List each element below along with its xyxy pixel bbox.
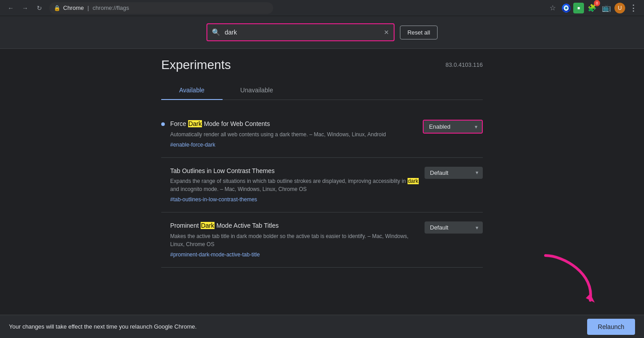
menu-button[interactable]: ⋮ [627,2,640,14]
flag-content-tab-outlines: Tab Outlines in Low Contrast Themes Expa… [170,167,419,204]
user-avatar[interactable]: U [614,3,625,13]
flag-item-force-dark: Force Dark Mode for Web Contents Automat… [161,111,483,158]
flag-link-prominent-dark[interactable]: #prominent-dark-mode-active-tab-title [170,251,260,258]
flag-select-prominent-dark[interactable]: Default Enabled Disabled [425,221,483,234]
flag-title-after-3: Mode Active Tab Titles [215,222,279,229]
flag-select-wrapper-prominent-dark: Default Enabled Disabled [425,221,483,234]
address-separator: | [87,4,89,11]
tabs-bar: Available Unavailable [161,81,483,100]
star-button[interactable]: ☆ [546,2,559,14]
flag-title-tab-outlines: Tab Outlines in Low Contrast Themes [170,167,419,176]
extension-1[interactable]: 🧿 [561,3,571,13]
reset-all-button[interactable]: Reset all [400,26,438,39]
flag-desc-force-dark: Automatically render all web contents us… [170,130,417,139]
toolbar-right: ☆ 🧿 ■ 🧩 0 📺 U ⋮ [546,2,640,14]
flag-desc-highlight: dark [408,178,419,184]
lock-icon: 🔒 [54,5,60,11]
flag-content-prominent-dark: Prominent Dark Mode Active Tab Titles Ma… [170,221,419,258]
flag-title-before: Force [170,120,188,127]
extensions-badge: 0 [594,0,600,6]
address-url: chrome://flags [93,4,129,11]
bottom-message: Your changes will take effect the next t… [9,323,197,330]
flag-title-force-dark: Force Dark Mode for Web Contents [170,120,417,129]
flag-desc-tab-outlines: Expands the range of situations in which… [170,177,419,193]
flag-select-tab-outlines[interactable]: Default Enabled Disabled [425,167,483,179]
relaunch-button[interactable]: Relaunch [587,319,635,335]
tab-unavailable[interactable]: Unavailable [223,81,291,100]
forward-button[interactable]: → [19,2,31,14]
search-icon: 🔍 [207,28,225,36]
reload-button[interactable]: ↻ [33,2,46,14]
main-content: Experiments 83.0.4103.116 Available Unav… [161,49,483,277]
browser-chrome-bar: ← → ↻ 🔒 Chrome | chrome://flags ☆ 🧿 ■ 🧩 … [0,0,644,16]
flag-select-wrapper-tab-outlines: Default Enabled Disabled [425,167,483,179]
search-area: 🔍 ✕ Reset all [0,16,644,49]
tab-available[interactable]: Available [161,81,223,100]
flag-select-container-tab-outlines: Default Enabled Disabled [425,167,483,179]
flag-desc-after: and incognito mode. – Mac, Windows, Linu… [170,186,307,192]
flag-select-container-force-dark: Default Enabled Disabled [423,120,483,134]
address-site: Chrome [63,4,84,11]
flag-desc-before: Expands the range of situations in which… [170,178,408,184]
nav-buttons: ← → ↻ [4,2,46,14]
flag-select-container-prominent-dark: Default Enabled Disabled [425,221,483,234]
flag-content-force-dark: Force Dark Mode for Web Contents Automat… [170,120,417,148]
flag-link-force-dark[interactable]: #enable-force-dark [170,142,215,148]
flag-dot-3 [161,224,165,228]
flag-link-tab-outlines[interactable]: #tab-outlines-in-low-contrast-themes [170,196,257,203]
cast-button[interactable]: 📺 [600,2,613,14]
flag-title-highlight: Dark [188,120,202,127]
flag-title-highlight-3: Dark [201,222,215,229]
flag-title-after: Mode for Web Contents [202,120,270,127]
experiments-title: Experiments [161,58,231,72]
flag-dot-2 [161,169,165,173]
flag-item-prominent-dark: Prominent Dark Mode Active Tab Titles Ma… [161,212,483,268]
flag-desc-prominent-dark: Makes the active tab title in dark mode … [170,232,419,248]
clear-search-button[interactable]: ✕ [379,29,394,36]
search-input[interactable] [225,24,379,40]
search-wrapper: 🔍 ✕ [206,23,395,41]
address-bar[interactable]: 🔒 Chrome | chrome://flags [49,2,273,14]
back-button[interactable]: ← [4,2,17,14]
experiments-header: Experiments 83.0.4103.116 [161,58,483,72]
flag-title-prominent-dark: Prominent Dark Mode Active Tab Titles [170,221,419,230]
flag-select-force-dark[interactable]: Default Enabled Disabled [424,121,482,133]
extension-green[interactable]: ■ [573,3,584,13]
flag-dot [161,122,165,126]
flag-item-tab-outlines: Tab Outlines in Low Contrast Themes Expa… [161,158,483,213]
bottom-bar: Your changes will take effect the next t… [0,315,644,338]
flag-select-wrapper-force-dark: Default Enabled Disabled [423,120,483,134]
flag-title-before-3: Prominent [170,222,201,229]
version-text: 83.0.4103.116 [446,61,483,68]
